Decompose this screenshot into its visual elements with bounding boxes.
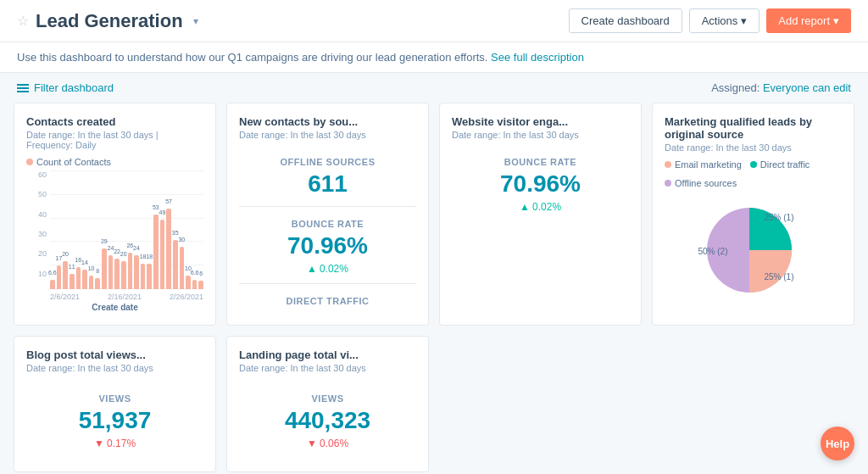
y-axis: 60 50 40 30 20 10 (26, 170, 47, 289)
bounce-rate-value: 70.96% (239, 232, 416, 259)
bar: 35 (173, 240, 178, 289)
bar: 24 (108, 255, 114, 289)
hamburger-icon (17, 84, 29, 92)
add-report-dropdown-icon: ▾ (833, 14, 839, 27)
actions-dropdown-icon: ▾ (741, 14, 747, 27)
legend-offline: Offline sources (665, 178, 737, 188)
page-title: Lead Generation (36, 10, 183, 32)
bar: 14 (82, 270, 87, 289)
description-text: Use this dashboard to understand how our… (17, 51, 487, 64)
svg-text:50% (2): 50% (2) (698, 247, 727, 256)
mql-original-title: Marketing qualified leads by original so… (665, 115, 842, 141)
landing-views-value: 440,323 (239, 407, 416, 434)
direct-traffic-label: DIRECT TRAFFIC (239, 293, 416, 306)
contacts-created-card: Contacts created Date range: In the last… (14, 103, 216, 326)
actions-button[interactable]: Actions ▾ (689, 8, 760, 33)
bar: 22 (114, 259, 120, 289)
website-visitor-subtitle: Date range: In the last 30 days (452, 130, 629, 140)
website-visitor-card: Website visitor enga... Date range: In t… (439, 103, 642, 326)
blog-views-value: 51,937 (26, 407, 203, 434)
chart-wrapper: 60 50 40 30 20 10 6.617201116141082924 (26, 170, 203, 312)
legend-dot-direct (750, 161, 757, 168)
svg-text:25% (1): 25% (1) (764, 213, 793, 222)
new-contacts-card: New contacts by sou... Date range: In th… (226, 103, 429, 326)
bar: 10 (89, 276, 94, 289)
assigned-section: Assigned: Everyone can edit (711, 81, 851, 94)
contacts-legend: Count of Contacts (26, 157, 203, 167)
landing-views-change: ▼ 0.06% (239, 438, 416, 449)
legend-email: Email marketing (665, 159, 742, 170)
assigned-value-link[interactable]: Everyone can edit (763, 81, 851, 94)
bar: 20 (121, 261, 126, 289)
new-contacts-title: New contacts by sou... (239, 115, 416, 128)
star-icon[interactable]: ☆ (17, 13, 29, 29)
bar: 53 (153, 215, 159, 289)
bar: 17 (57, 265, 62, 289)
help-button[interactable]: Help (821, 427, 854, 460)
legend-dot-offline (665, 180, 671, 187)
website-bounce-value: 70.96% (452, 170, 629, 198)
mql-original-card: Marketing qualified leads by original so… (652, 103, 854, 326)
blog-views-change: ▼ 0.17% (26, 438, 203, 449)
bar: 16 (76, 267, 81, 289)
bar-chart: 60 50 40 30 20 10 6.617201116141082924 (26, 170, 203, 306)
bar: 18 (141, 264, 146, 289)
landing-views-label: VIEWS (239, 393, 416, 404)
header: ☆ Lead Generation ▾ Create dashboard Act… (0, 0, 868, 42)
filter-bar: Filter dashboard Assigned: Everyone can … (0, 73, 868, 103)
dashboard-grid: Contacts created Date range: In the last… (0, 103, 868, 474)
bar: 10 (186, 276, 191, 289)
bar: 6.6 (192, 280, 198, 289)
landing-page-title: Landing page total vi... (239, 349, 416, 361)
up-arrow-icon: ▲ (307, 263, 317, 275)
add-report-button[interactable]: Add report ▾ (766, 8, 851, 33)
bar: 6 (198, 281, 203, 289)
contacts-created-subtitle: Date range: In the last 30 days | Freque… (26, 130, 203, 150)
blog-total-views-card: Blog post total views... Date range: In … (14, 336, 216, 472)
title-dropdown-icon[interactable]: ▾ (193, 15, 198, 27)
bar: 11 (70, 274, 75, 289)
bar: 29 (102, 248, 107, 289)
offline-sources-label: OFFLINE SOURCES (239, 157, 416, 167)
svg-text:25% (1): 25% (1) (764, 272, 793, 282)
bars-container: 6.61720111614108292422202624181853495735… (50, 170, 203, 289)
mql-legend: Email marketing Direct traffic Offline s… (665, 159, 842, 188)
sub-header: Use this dashboard to understand how our… (0, 42, 868, 73)
pie-chart-svg: 25% (1) 25% (1) 50% (2) (694, 195, 813, 305)
blog-views-subtitle: Date range: In the last 30 days (26, 363, 203, 373)
bar: 26 (128, 253, 133, 289)
new-contacts-subtitle: Date range: In the last 30 days (239, 130, 416, 140)
bar: 24 (134, 255, 139, 289)
mql-original-subtitle: Date range: In the last 30 days (665, 142, 842, 153)
pie-chart-container: 25% (1) 25% (1) 50% (2) (665, 195, 842, 305)
legend-item-contacts: Count of Contacts (26, 157, 111, 167)
bar: 49 (160, 220, 165, 289)
bar: 20 (63, 261, 68, 289)
bounce-change: ▲ 0.02% (239, 263, 416, 275)
header-left: ☆ Lead Generation ▾ (17, 10, 198, 32)
contacts-created-title: Contacts created (26, 115, 203, 128)
bounce-rate-label: BOUNCE RATE (239, 215, 416, 229)
website-visitor-title: Website visitor enga... (452, 115, 629, 128)
bar: 6.6 (50, 280, 55, 289)
bar: 8 (95, 278, 100, 289)
legend-direct: Direct traffic (750, 159, 810, 170)
legend-dot-email (665, 161, 671, 168)
blog-views-label: VIEWS (26, 393, 203, 404)
create-dashboard-button[interactable]: Create dashboard (569, 8, 682, 33)
offline-sources-value: 611 (239, 170, 416, 198)
website-bounce-change: ▲ 0.02% (452, 201, 629, 213)
landing-page-card: Landing page total vi... Date range: In … (226, 336, 429, 472)
bar: 30 (180, 247, 185, 289)
legend-dot-contacts (26, 159, 33, 165)
bar: 18 (147, 264, 152, 289)
filter-dashboard-button[interactable]: Filter dashboard (17, 81, 114, 94)
bar: 57 (166, 209, 171, 289)
blog-views-title: Blog post total views... (26, 349, 203, 361)
website-bounce-label: BOUNCE RATE (452, 157, 629, 167)
see-full-description-link[interactable]: See full description (491, 51, 584, 64)
header-actions: Create dashboard Actions ▾ Add report ▾ (569, 8, 851, 33)
landing-page-subtitle: Date range: In the last 30 days (239, 363, 416, 373)
